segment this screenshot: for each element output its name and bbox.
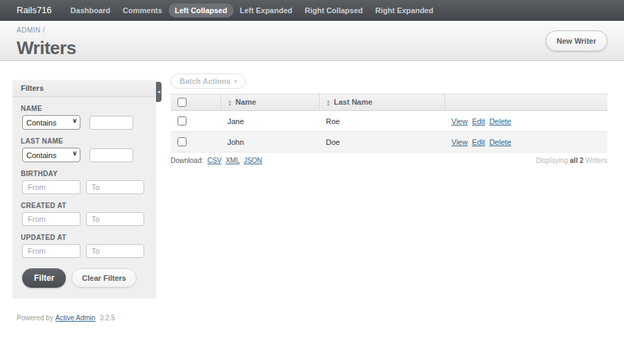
row-checkbox[interactable]	[177, 137, 187, 146]
row-actions: ViewEditDelete	[444, 132, 607, 153]
filters-collapse-handle[interactable]: ◀	[156, 82, 162, 102]
last-name-filter-input[interactable]	[89, 148, 133, 162]
filter-button[interactable]: Filter	[22, 268, 66, 288]
breadcrumb-admin-link[interactable]: ADMIN	[17, 26, 41, 34]
filter-row-updated-at	[22, 244, 148, 258]
pagination-info: Displayingall 2Writers	[536, 157, 607, 164]
filter-label-updated-at: UPDATED AT	[21, 234, 148, 241]
table-row: Jane Roe ViewEditDelete	[171, 111, 607, 132]
writers-index: Batch Actions ▾ ▲▼Name ▲▼Last Name	[171, 73, 607, 164]
updated-at-from-input[interactable]	[22, 244, 80, 258]
cell-name: John	[220, 132, 319, 153]
title-bar: ADMIN/ Writers New Writer	[0, 21, 624, 61]
download-csv-link[interactable]: CSV	[207, 157, 222, 164]
select-all-checkbox[interactable]	[177, 98, 187, 107]
sort-icon: ▲▼	[228, 100, 232, 107]
download-xml-link[interactable]: XML	[225, 157, 239, 164]
nav-tab-left-expanded[interactable]: Left Expanded	[234, 3, 299, 17]
cell-last-name: Roe	[319, 111, 444, 132]
edit-link[interactable]: Edit	[472, 117, 485, 125]
nav-tab-comments[interactable]: Comments	[116, 3, 168, 17]
breadcrumb: ADMIN/	[17, 26, 607, 34]
filter-row-birthday	[22, 180, 148, 194]
cell-name: Jane	[220, 111, 319, 132]
name-operator-select[interactable]: Contains	[22, 115, 80, 130]
download-links: Download: CSV XML JSON	[171, 157, 262, 164]
version-text: 3.2.5	[100, 314, 115, 322]
filter-row-created-at	[22, 212, 148, 226]
nav-tab-dashboard[interactable]: Dashboard	[64, 3, 116, 17]
name-filter-input[interactable]	[89, 116, 133, 130]
cell-last-name: Doe	[319, 132, 444, 153]
name-operator-wrap: Contains ∨	[22, 115, 80, 130]
filter-label-created-at: CREATED AT	[21, 202, 148, 209]
page-footer: Powered byActive Admin3.2.5	[17, 314, 115, 322]
download-label: Download:	[171, 157, 203, 164]
column-header-actions	[444, 94, 607, 111]
row-checkbox-cell	[171, 111, 220, 132]
sort-icon: ▲▼	[327, 100, 331, 107]
table-row: John Doe ViewEditDelete	[171, 132, 607, 153]
top-nav: Rails716 Dashboard Comments Left Collaps…	[0, 0, 624, 21]
filter-buttons: Filter Clear Filters	[22, 268, 148, 288]
powered-by-text: Powered by	[17, 314, 53, 322]
birthday-from-input[interactable]	[22, 180, 80, 194]
filter-label-birthday: BIRTHDAY	[21, 170, 148, 177]
new-writer-button[interactable]: New Writer	[546, 31, 607, 51]
view-link[interactable]: View	[451, 138, 468, 146]
filters-panel-title: Filters	[12, 80, 156, 97]
updated-at-to-input[interactable]	[86, 244, 144, 258]
filter-label-last-name: LAST NAME	[21, 137, 148, 145]
clear-filters-button[interactable]: Clear Filters	[71, 268, 137, 288]
last-name-operator-wrap: Contains ∨	[22, 148, 80, 162]
page-title: Writers	[17, 37, 607, 59]
filter-row-name: Contains ∨	[22, 115, 148, 130]
column-header-last-name[interactable]: ▲▼Last Name	[319, 94, 444, 111]
filter-label-name: NAME	[21, 105, 148, 112]
delete-link[interactable]: Delete	[489, 138, 512, 146]
nav-tab-right-expanded[interactable]: Right Expanded	[369, 3, 440, 17]
writers-table: ▲▼Name ▲▼Last Name Jane Roe ViewEditDele…	[171, 94, 607, 153]
row-checkbox[interactable]	[177, 116, 187, 125]
download-json-link[interactable]: JSON	[243, 157, 262, 164]
collapse-left-icon: ◀	[157, 90, 160, 94]
batch-actions-button[interactable]: Batch Actions ▾	[171, 73, 246, 89]
table-header-row: ▲▼Name ▲▼Last Name	[171, 94, 607, 111]
index-footer: Download: CSV XML JSON Displayingall 2Wr…	[171, 157, 607, 164]
nav-tab-left-collapsed[interactable]: Left Collapsed	[168, 3, 234, 17]
last-name-operator-select[interactable]: Contains	[22, 148, 80, 162]
breadcrumb-separator: /	[43, 26, 45, 34]
row-checkbox-cell	[171, 132, 220, 153]
row-actions: ViewEditDelete	[444, 111, 607, 132]
birthday-to-input[interactable]	[86, 180, 144, 194]
filter-row-last-name: Contains ∨	[22, 148, 148, 162]
active-admin-link[interactable]: Active Admin	[55, 314, 96, 322]
caret-down-icon: ▾	[234, 78, 237, 85]
created-at-to-input[interactable]	[86, 212, 144, 226]
filters-panel: ◀ Filters NAME Contains ∨ LAST NAME Cont…	[12, 80, 156, 299]
edit-link[interactable]: Edit	[472, 138, 485, 146]
brand-logo[interactable]: Rails716	[17, 5, 52, 15]
select-all-header	[171, 94, 220, 111]
created-at-from-input[interactable]	[22, 212, 80, 226]
nav-tab-right-collapsed[interactable]: Right Collapsed	[299, 3, 370, 17]
delete-link[interactable]: Delete	[489, 117, 512, 125]
view-link[interactable]: View	[451, 117, 468, 125]
column-header-name[interactable]: ▲▼Name	[220, 94, 319, 111]
